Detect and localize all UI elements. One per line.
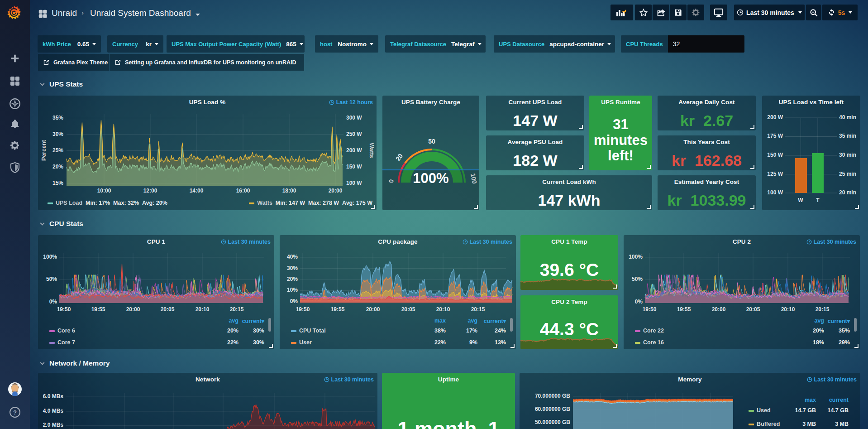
svg-text:20: 20 (394, 152, 404, 162)
svg-text:?: ? (13, 409, 17, 416)
svg-text:50: 50 (428, 138, 435, 145)
